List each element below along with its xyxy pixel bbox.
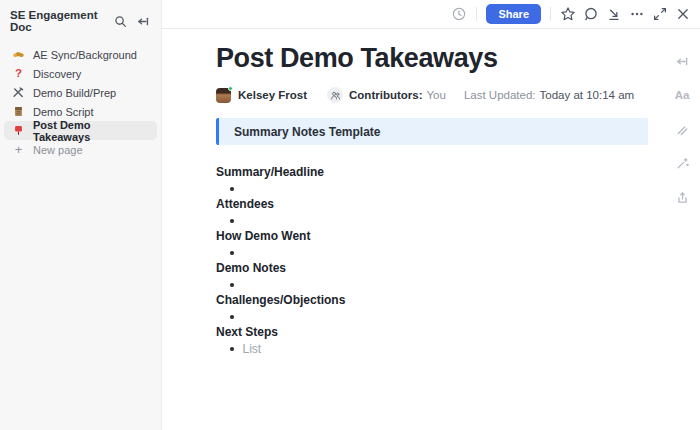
section-heading[interactable]: How Demo Went <box>216 230 648 243</box>
bullet-icon <box>230 187 234 191</box>
doc-app: SE Engagement Doc <box>0 0 700 430</box>
dock-icon[interactable] <box>606 6 622 22</box>
section-heading[interactable]: Challenges/Objections <box>216 294 648 307</box>
sidebar-item-label: Post Demo Takeaways <box>33 119 149 143</box>
bullet-placeholder-text[interactable]: List <box>243 343 262 355</box>
list-item[interactable] <box>216 247 648 259</box>
collapse-sidebar-icon[interactable] <box>136 14 151 29</box>
star-icon[interactable] <box>560 6 576 22</box>
list-item[interactable] <box>216 183 648 195</box>
section-demo-notes: Demo Notes <box>216 262 648 291</box>
collapse-panel-icon[interactable] <box>675 54 690 69</box>
author-name[interactable]: Kelsey Frost <box>238 89 307 101</box>
tools-icon <box>12 86 25 99</box>
typography-icon[interactable]: Aa <box>675 88 690 103</box>
last-updated-label: Last Updated: <box>464 89 536 101</box>
sidebar-item-post-demo-takeaways[interactable]: Post Demo Takeaways <box>4 121 157 140</box>
bullet-icon <box>230 219 234 223</box>
right-toolbar: Aa <box>664 29 700 205</box>
presence-dot <box>228 86 233 91</box>
search-icon[interactable] <box>113 14 128 29</box>
page-title[interactable]: Post Demo Takeaways <box>216 42 648 74</box>
list-item[interactable]: List <box>216 343 648 355</box>
pin-icon <box>12 124 25 137</box>
doc-meta-row: Kelsey Frost Contributors: You Last Upda… <box>216 87 648 103</box>
doc-sections: Summary/Headline Attendees How Demo Went <box>216 166 648 355</box>
section-heading[interactable]: Next Steps <box>216 326 648 339</box>
section-next-steps: Next Steps List <box>216 326 648 355</box>
doc-collection-title: SE Engagement Doc <box>10 9 105 33</box>
section-attendees: Attendees <box>216 198 648 227</box>
history-icon[interactable] <box>451 6 467 22</box>
ellipsis-icon[interactable] <box>629 6 645 22</box>
section-how-demo-went: How Demo Went <box>216 230 648 259</box>
topbar-divider <box>550 7 551 21</box>
section-heading[interactable]: Attendees <box>216 198 648 211</box>
bullet-icon <box>230 315 234 319</box>
comment-icon[interactable] <box>583 6 599 22</box>
last-updated-value: Today at 10:14 am <box>540 89 635 101</box>
handshake-icon <box>12 48 25 61</box>
bullet-icon <box>230 251 234 255</box>
pen-icon[interactable] <box>675 122 690 137</box>
doc-topbar: Share <box>162 0 700 29</box>
sidebar-item-label: Discovery <box>33 68 81 80</box>
new-page-label: New page <box>33 144 83 156</box>
expand-icon[interactable] <box>652 6 668 22</box>
sidebar-item-label: Demo Script <box>33 106 94 118</box>
doc-main: Share <box>162 0 700 430</box>
close-icon[interactable] <box>675 6 691 22</box>
list-item[interactable] <box>216 215 648 227</box>
section-heading[interactable]: Summary/Headline <box>216 166 648 179</box>
sidebar-header: SE Engagement Doc <box>0 7 161 42</box>
question-icon: ? <box>12 67 25 80</box>
sidebar-page-list: AE Sync/Background ? Discovery Demo Buil… <box>0 42 161 159</box>
section-summary-headline: Summary/Headline <box>216 166 648 195</box>
wand-icon[interactable] <box>675 156 690 171</box>
list-item[interactable] <box>216 279 648 291</box>
bullet-icon <box>230 283 234 287</box>
share-button[interactable]: Share <box>486 4 541 24</box>
sidebar-item-ae-sync[interactable]: AE Sync/Background <box>4 45 157 64</box>
contributors-label: Contributors: <box>349 89 422 101</box>
plus-icon: + <box>12 143 25 156</box>
export-icon[interactable] <box>675 190 690 205</box>
avatar <box>216 88 231 103</box>
bullet-icon <box>230 347 234 351</box>
sidebar-item-label: AE Sync/Background <box>33 49 137 61</box>
section-challenges-objections: Challenges/Objections <box>216 294 648 323</box>
contributors-value[interactable]: You <box>427 89 446 101</box>
new-page-button[interactable]: + New page <box>4 140 157 159</box>
callout-text: Summary Notes Template <box>234 125 381 139</box>
sidebar-item-discovery[interactable]: ? Discovery <box>4 64 157 83</box>
list-item[interactable] <box>216 311 648 323</box>
callout-block[interactable]: Summary Notes Template <box>216 118 648 145</box>
doc-sidebar: SE Engagement Doc <box>0 0 162 430</box>
contributors-icon <box>327 87 343 103</box>
scroll-icon <box>12 105 25 118</box>
doc-body: Post Demo Takeaways Kelsey Frost Contrib… <box>162 29 700 430</box>
sidebar-item-demo-build[interactable]: Demo Build/Prep <box>4 83 157 102</box>
section-heading[interactable]: Demo Notes <box>216 262 648 275</box>
sidebar-item-label: Demo Build/Prep <box>33 87 116 99</box>
topbar-divider <box>476 7 477 21</box>
